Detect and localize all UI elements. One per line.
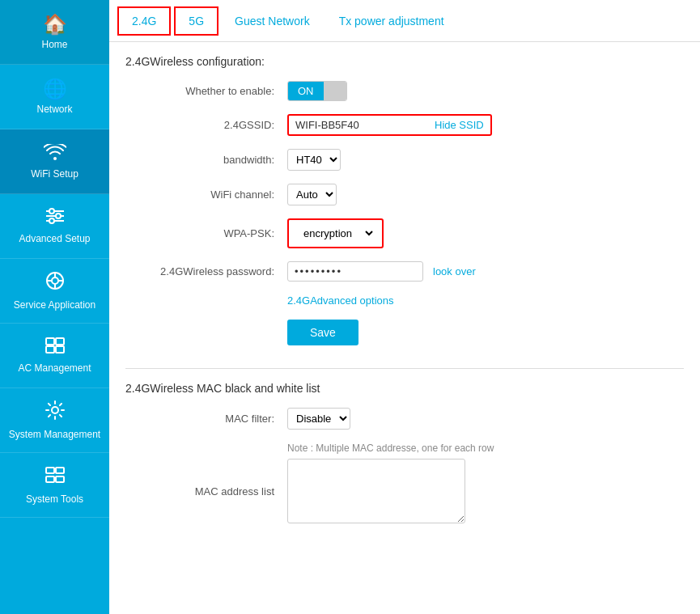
sidebar-item-system-management[interactable]: System Management	[0, 388, 109, 453]
svg-point-5	[49, 218, 54, 223]
enable-label: Whether to enable:	[125, 85, 287, 97]
sidebar-item-wifi-setup[interactable]: WiFi Setup	[0, 129, 109, 194]
wireless-config-title: 2.4GWireless configuration:	[125, 55, 684, 68]
svg-rect-15	[56, 346, 64, 353]
mac-section-title: 2.4GWireless MAC black and white list	[125, 382, 684, 395]
sidebar-item-system-tools[interactable]: System Tools	[0, 453, 109, 518]
password-label: 2.4GWireless password:	[125, 265, 287, 277]
tab-guest-network[interactable]: Guest Network	[222, 8, 323, 34]
bandwidth-control: HT40 HT20 HT80	[287, 149, 341, 171]
bandwidth-row: bandwidth: HT40 HT20 HT80	[125, 149, 684, 171]
mac-address-list-control	[287, 459, 465, 523]
sidebar-item-ac-management[interactable]: AC Management	[0, 324, 109, 388]
system-tools-icon	[45, 464, 66, 490]
ssid-label: 2.4GSSID:	[125, 119, 287, 131]
wpa-psk-row: WPA-PSK: encryption none WPA2-PSK	[125, 218, 684, 248]
enable-control: ON	[287, 81, 347, 101]
mac-filter-label: MAC filter:	[125, 413, 287, 425]
wifi-icon	[44, 142, 66, 165]
wifi-channel-label: WiFi channel:	[125, 188, 287, 201]
advanced-setup-icon	[45, 207, 66, 230]
service-icon	[45, 270, 66, 296]
svg-rect-18	[56, 468, 64, 473]
ssid-control: Hide SSID	[287, 114, 492, 136]
home-icon: 🏠	[43, 13, 67, 36]
sidebar: 🏠 Home 🌐 Network WiFi Setup	[0, 0, 109, 614]
svg-point-16	[52, 407, 58, 413]
section-divider	[125, 368, 684, 369]
bandwidth-select[interactable]: HT40 HT20 HT80	[287, 149, 341, 171]
enable-row: Whether to enable: ON	[125, 81, 684, 101]
svg-point-7	[52, 277, 58, 284]
svg-rect-14	[46, 346, 54, 353]
sidebar-item-label: Advanced Setup	[19, 233, 90, 246]
svg-rect-17	[46, 468, 54, 473]
mac-address-textarea[interactable]	[287, 459, 465, 523]
wpa-psk-control: encryption none WPA2-PSK	[287, 218, 384, 248]
toggle-on-button[interactable]: ON	[288, 82, 324, 100]
ssid-input-group: Hide SSID	[287, 114, 492, 136]
svg-rect-20	[56, 476, 64, 482]
mac-note: Note : Multiple MAC addresse, one for ea…	[287, 443, 684, 454]
password-input-group	[287, 261, 423, 282]
tab-5g[interactable]: 5G	[174, 6, 218, 36]
look-over-link[interactable]: look over	[433, 265, 476, 277]
toggle-off-button[interactable]	[324, 82, 346, 100]
sidebar-item-label: Network	[36, 104, 72, 116]
svg-rect-12	[46, 338, 54, 345]
network-icon: 🌐	[43, 78, 67, 100]
mac-filter-control: Disable Allow Deny	[287, 408, 350, 430]
wpa-psk-label: WPA-PSK:	[125, 227, 287, 239]
sidebar-item-label: System Tools	[26, 493, 83, 506]
mac-address-list-row: MAC address list	[125, 459, 684, 523]
svg-point-3	[56, 214, 61, 218]
svg-rect-19	[46, 476, 54, 482]
sidebar-item-service-application[interactable]: Service Application	[0, 259, 109, 324]
main-content: 2.4G 5G Guest Network Tx power adjustmen…	[109, 0, 700, 614]
sidebar-item-label: System Management	[9, 429, 100, 442]
tab-2.4g[interactable]: 2.4G	[117, 6, 171, 36]
wpa-select-group: encryption none WPA2-PSK	[287, 218, 384, 248]
sidebar-item-label: Home	[41, 39, 67, 52]
sidebar-item-label: WiFi Setup	[31, 168, 78, 181]
sidebar-item-advanced-setup[interactable]: Advanced Setup	[0, 194, 109, 259]
password-row: 2.4GWireless password: look over	[125, 261, 684, 282]
hide-ssid-link[interactable]: Hide SSID	[435, 119, 484, 131]
password-input[interactable]	[295, 265, 416, 277]
sidebar-item-home[interactable]: 🏠 Home	[0, 0, 109, 65]
save-button[interactable]: Save	[287, 320, 358, 345]
sidebar-item-label: Service Application	[14, 299, 95, 312]
tab-tx-power[interactable]: Tx power adjustment	[326, 8, 457, 34]
wifi-channel-control: Auto 1234 5678 91011	[287, 184, 337, 205]
svg-point-1	[49, 209, 54, 214]
ssid-row: 2.4GSSID: Hide SSID	[125, 114, 684, 136]
wpa-psk-select[interactable]: encryption none WPA2-PSK	[295, 223, 375, 243]
wifi-channel-select[interactable]: Auto 1234 5678 91011	[287, 184, 337, 205]
tab-bar: 2.4G 5G Guest Network Tx power adjustmen…	[109, 0, 700, 42]
mac-filter-select[interactable]: Disable Allow Deny	[287, 408, 350, 430]
mac-address-list-label: MAC address list	[125, 485, 287, 498]
password-control: look over	[287, 261, 476, 282]
system-management-icon	[45, 400, 66, 426]
ssid-input[interactable]	[295, 119, 425, 131]
toggle-group: ON	[287, 81, 347, 101]
sidebar-item-label: AC Management	[18, 362, 91, 375]
bandwidth-label: bandwidth:	[125, 154, 287, 166]
advanced-options-link[interactable]: 2.4GAdvanced options	[287, 294, 684, 307]
sidebar-item-network[interactable]: 🌐 Network	[0, 65, 109, 129]
mac-filter-row: MAC filter: Disable Allow Deny	[125, 408, 684, 430]
ac-management-icon	[45, 337, 66, 359]
svg-rect-13	[56, 338, 64, 345]
wifi-channel-row: WiFi channel: Auto 1234 5678 91011	[125, 184, 684, 205]
content-area: 2.4GWireless configuration: Whether to e…	[109, 42, 700, 549]
